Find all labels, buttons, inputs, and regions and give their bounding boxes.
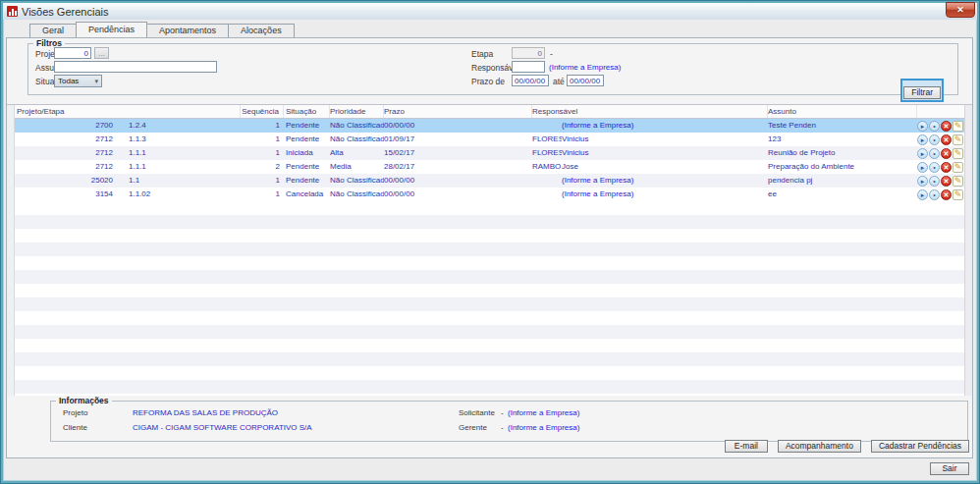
situacao-select[interactable]: Todas ▾ xyxy=(54,75,102,87)
cell-resp-name: Jose xyxy=(562,162,578,171)
open-icon[interactable]: ▸ xyxy=(917,162,928,173)
cell-sequencia: 2 xyxy=(241,160,284,174)
info-cliente-value: CIGAM - CIGAM SOFTWARE CORPORATIVO S/A xyxy=(133,423,312,432)
cell-assunto: 123 xyxy=(768,133,917,146)
edit-icon[interactable]: ✎ xyxy=(953,148,963,159)
cell-prioridade: Não Classificada xyxy=(330,133,384,146)
sair-button[interactable]: Sair xyxy=(930,462,969,475)
view-icon[interactable]: • xyxy=(929,189,940,200)
pendencias-table: Projeto/Etapa Sequência Situação Priorid… xyxy=(7,104,972,395)
tab-pendencias[interactable]: Pendências xyxy=(76,22,147,37)
edit-icon[interactable]: ✎ xyxy=(953,121,963,132)
cell-etapa: 1.1 xyxy=(113,174,241,188)
title-bar[interactable]: Visões Gerenciais ✕ xyxy=(3,3,977,20)
table-row[interactable]: 3154 1.1.02 1 Cancelada Não Classificada… xyxy=(7,188,972,201)
cell-etapa: 1.1.3 xyxy=(113,133,241,146)
cell-sequencia: 1 xyxy=(241,174,284,188)
ate-label: até xyxy=(553,77,565,86)
table-row[interactable]: 25020 1.1 1 Pendente Não Classificada 00… xyxy=(7,174,972,188)
view-icon[interactable]: • xyxy=(929,176,940,187)
edit-icon[interactable]: ✎ xyxy=(953,176,963,187)
cell-prazo: 01/09/17 xyxy=(384,133,532,146)
responsavel-empresa-link[interactable]: (Informe a Empresa) xyxy=(549,63,621,72)
tab-alocacoes[interactable]: Alocações xyxy=(228,24,295,37)
cell-assunto: Reunião de Projeto xyxy=(768,146,917,160)
edit-icon[interactable]: ✎ xyxy=(953,189,963,200)
prazo-de-input[interactable] xyxy=(512,75,549,86)
resp-empresa-link[interactable]: (Informe a Empresa) xyxy=(562,189,633,198)
projeto-input[interactable] xyxy=(54,47,91,59)
resp-empresa-link[interactable]: (Informe a Empresa) xyxy=(562,121,633,130)
cell-prazo: 00/00/00 xyxy=(384,188,532,201)
view-icon[interactable]: • xyxy=(929,162,940,173)
header-prioridade[interactable]: Prioridade xyxy=(330,105,384,118)
cell-situacao: Pendente xyxy=(284,174,330,188)
info-solicitante-dash: - xyxy=(501,408,504,417)
header-sequencia[interactable]: Sequência xyxy=(241,105,284,118)
delete-icon[interactable]: ✕ xyxy=(941,134,952,145)
cell-situacao: Pendente xyxy=(284,133,330,146)
info-gerente-dash: - xyxy=(501,423,504,432)
edit-icon[interactable]: ✎ xyxy=(953,162,963,173)
header-situacao[interactable]: Situação xyxy=(284,105,330,118)
etapa-label: Etapa xyxy=(471,49,493,59)
responsavel-input[interactable] xyxy=(512,61,545,73)
header-prazo[interactable]: Prazo xyxy=(384,105,532,118)
table-row[interactable]: 2712 1.1.1 2 Pendente Media 28/02/17 RAM… xyxy=(7,160,972,174)
cell-resp-code: FLORES xyxy=(532,133,562,146)
info-solicitante-link[interactable]: (Informe a Empresa) xyxy=(508,408,579,417)
projeto-browse-button[interactable]: ... xyxy=(94,47,109,59)
cell-assunto: Teste Penden xyxy=(768,119,917,133)
acompanhamento-button[interactable]: Acompanhamento xyxy=(778,440,861,453)
open-icon[interactable]: ▸ xyxy=(917,176,928,187)
view-icon[interactable]: • xyxy=(929,134,940,145)
edit-icon[interactable]: ✎ xyxy=(953,134,963,145)
filtros-groupbox: Filtros Projeto ... Assunto Situação Tod… xyxy=(27,43,958,95)
tab-geral[interactable]: Geral xyxy=(29,24,77,37)
header-responsavel[interactable]: Responsável xyxy=(532,105,768,118)
table-row[interactable]: 2712 1.1.3 1 Pendente Não Classificada 0… xyxy=(7,133,972,146)
cell-prioridade: Não Classificada xyxy=(330,188,384,201)
cell-prioridade: Não Classificada xyxy=(330,174,384,188)
open-icon[interactable]: ▸ xyxy=(917,148,928,159)
delete-icon[interactable]: ✕ xyxy=(941,148,952,159)
header-projeto-etapa[interactable]: Projeto/Etapa xyxy=(7,105,241,118)
open-icon[interactable]: ▸ xyxy=(917,134,928,145)
action-button-row: E-mail Acompanhamento Cadastrar Pendênci… xyxy=(725,440,969,453)
cell-situacao: Pendente xyxy=(284,119,330,133)
cadastrar-pendencias-button[interactable]: Cadastrar Pendências xyxy=(871,440,969,453)
close-icon[interactable]: ✕ xyxy=(946,2,975,18)
email-button[interactable]: E-mail xyxy=(725,440,768,453)
assunto-input[interactable] xyxy=(54,61,217,73)
grid-scrollbar[interactable] xyxy=(964,105,972,396)
open-icon[interactable]: ▸ xyxy=(917,121,928,132)
cell-sequencia: 1 xyxy=(241,188,284,201)
tab-strip: Geral Pendências Apontamentos Alocações xyxy=(29,24,294,37)
resp-empresa-link[interactable]: (Informe a Empresa) xyxy=(562,176,633,185)
window-title: Visões Gerenciais xyxy=(22,6,108,18)
row-selector-gutter xyxy=(7,105,15,396)
cell-resp-code xyxy=(532,119,562,133)
cell-prazo: 00/00/00 xyxy=(384,119,532,133)
cell-resp-code xyxy=(532,188,562,201)
cell-prioridade: Media xyxy=(330,160,384,174)
info-solicitante-label: Solicitante xyxy=(459,408,495,417)
filtrar-button[interactable]: Filtrar xyxy=(903,86,941,99)
delete-icon[interactable]: ✕ xyxy=(941,189,952,200)
app-icon xyxy=(7,6,18,17)
view-icon[interactable]: • xyxy=(929,121,940,132)
cell-prioridade: Não Classificada xyxy=(330,119,384,133)
info-gerente-link[interactable]: (Informe a Empresa) xyxy=(508,423,579,432)
header-assunto[interactable]: Assunto xyxy=(768,105,917,118)
delete-icon[interactable]: ✕ xyxy=(941,121,952,132)
view-icon[interactable]: • xyxy=(929,148,940,159)
prazo-ate-input[interactable] xyxy=(567,75,604,86)
table-row[interactable]: 2700 1.2.4 1 Pendente Não Classificada 0… xyxy=(7,119,972,133)
app-window: Visões Gerenciais ✕ Geral Pendências Apo… xyxy=(0,0,980,484)
delete-icon[interactable]: ✕ xyxy=(941,176,952,187)
tab-apontamentos[interactable]: Apontamentos xyxy=(146,24,229,37)
cell-prioridade: Alta xyxy=(330,146,384,160)
table-row[interactable]: 2712 1.1.1 1 Iniciada Alta 15/02/17 FLOR… xyxy=(7,146,972,160)
delete-icon[interactable]: ✕ xyxy=(941,162,952,173)
open-icon[interactable]: ▸ xyxy=(917,189,928,200)
